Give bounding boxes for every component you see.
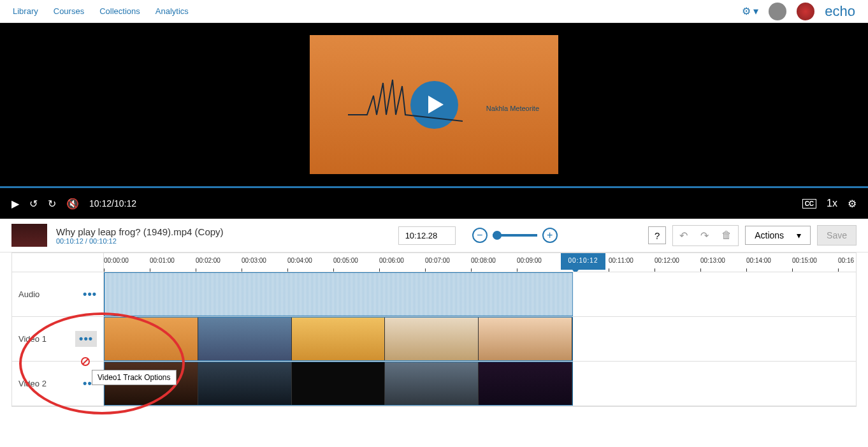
nav-courses[interactable]: Courses [54, 6, 84, 16]
zoom-out-button[interactable]: − [472, 228, 488, 243]
volume-icon[interactable]: 🔇 [66, 198, 79, 210]
playhead-marker[interactable]: 00:10:12 [561, 253, 605, 270]
video2-track-label: Video 2 ••• [12, 362, 104, 406]
video-preview: Nakhla Meteorite [310, 35, 558, 174]
editor-header: Why play leap frog? (1949).mp4 (Copy) 00… [0, 219, 868, 253]
zoom-slider[interactable] [493, 234, 537, 237]
audio-track-options[interactable]: ••• [83, 288, 97, 301]
preview-label: Nakhla Meteorite [486, 105, 539, 112]
undo-button[interactable]: ↶ [673, 226, 694, 245]
player-settings-icon[interactable]: ⚙ [848, 198, 857, 210]
nav-library[interactable]: Library [13, 6, 38, 16]
video-player: Nakhla Meteorite ▶ ↺ ↻ 🔇 10:12/10:12 CC … [0, 23, 868, 219]
svg-line-1 [83, 359, 88, 364]
video1-clips[interactable] [104, 317, 573, 361]
audio-waveform[interactable] [104, 272, 573, 316]
speed-button[interactable]: 1x [827, 198, 837, 209]
top-nav: Library Courses Collections Analytics ⚙ … [0, 0, 868, 23]
video1-track-options[interactable]: ••• [75, 331, 97, 347]
rewind-icon[interactable]: ↺ [29, 198, 38, 210]
play-icon[interactable]: ▶ [11, 198, 19, 210]
time-display: 10:12/10:12 [89, 198, 136, 209]
logo: echo [825, 3, 855, 20]
help-button[interactable]: ? [648, 226, 666, 244]
clip-thumbnail [11, 224, 47, 247]
video1-track-label: Video 1 ••• [12, 317, 104, 361]
disabled-icon [80, 356, 90, 367]
org-badge [797, 3, 814, 20]
settings-icon[interactable]: ⚙ ▾ [742, 5, 758, 17]
delete-button[interactable]: 🗑 [715, 226, 738, 245]
audio-track-label: Audio ••• [12, 272, 104, 316]
clip-title: Why play leap frog? (1949).mp4 (Copy) [56, 226, 224, 237]
nav-analytics[interactable]: Analytics [156, 6, 189, 16]
redo-button[interactable]: ↷ [694, 226, 715, 245]
time-ruler[interactable]: 00:00:00 00:01:00 00:02:00 00:03:00 00:0… [104, 253, 856, 272]
clip-duration: 00:10:12 / 00:10:12 [56, 237, 224, 245]
zoom-in-button[interactable]: + [542, 228, 558, 243]
nav-collections[interactable]: Collections [99, 6, 140, 16]
forward-icon[interactable]: ↻ [48, 198, 56, 210]
tooltip: Video1 Track Options [92, 370, 177, 385]
save-button[interactable]: Save [817, 225, 857, 245]
actions-dropdown[interactable]: Actions▾ [745, 226, 811, 245]
timecode-input[interactable] [398, 226, 456, 245]
avatar[interactable] [769, 3, 786, 20]
ruler-spacer [12, 253, 104, 272]
cc-button[interactable]: CC [802, 199, 816, 209]
